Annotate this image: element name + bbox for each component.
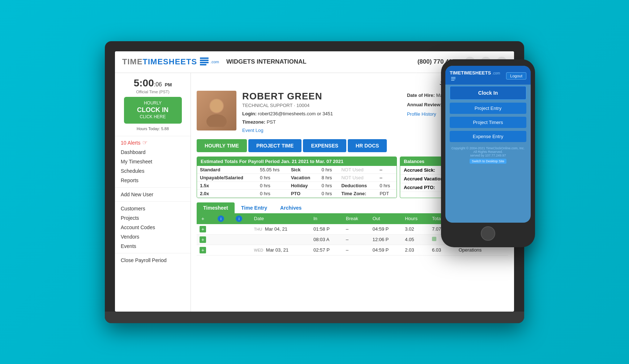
sidebar-item-accountcodes[interactable]: Account Codes xyxy=(115,223,191,232)
nav-divider-2 xyxy=(115,201,191,202)
phone-screen: TIMETIMESHEETS .com Logout Clock In Proj… xyxy=(445,66,531,223)
employee-photo xyxy=(197,91,236,130)
phone-switch-desktop-button[interactable]: Switch to Desktop Site xyxy=(470,159,506,164)
col-add: + xyxy=(197,213,215,224)
nav-divider-1 xyxy=(115,187,191,188)
sidebar-clock: 5:00:06 PM Official Time (PST) HOURLY CL… xyxy=(115,73,191,137)
laptop-base xyxy=(105,312,524,323)
table-row: Standard 55.05 hrs Sick 0 hrs NOT Used – xyxy=(197,166,397,174)
phone-project-entry-button[interactable]: Project Entry xyxy=(450,103,526,114)
company-name: WIDGETS INTERNATIONAL xyxy=(226,58,418,65)
sidebar-item-closepayroll[interactable]: Close Payroll Period xyxy=(115,256,191,265)
clock-in-button[interactable]: HOURLY CLOCK IN CLICK HERE xyxy=(124,97,182,124)
phone-logo-icon xyxy=(450,76,456,82)
phone-clock-in-button[interactable]: Clock In xyxy=(450,86,526,100)
col-in: In xyxy=(311,213,343,224)
tab-hourly-time[interactable]: HOURLY TIME xyxy=(197,139,247,152)
svg-rect-7 xyxy=(451,77,455,78)
sidebar-item-customers[interactable]: Customers xyxy=(115,204,191,213)
sidebar: 5:00:06 PM Official Time (PST) HOURLY CL… xyxy=(115,73,191,312)
add-entry-icon[interactable]: + xyxy=(200,226,206,232)
alerts-link[interactable]: 10 Alerts ☞ xyxy=(115,138,191,147)
ts-tab-archives[interactable]: Archives xyxy=(274,202,308,213)
phone-project-timers-button[interactable]: Project Timers xyxy=(450,117,526,128)
table-row: 2.0x 0 hrs PTO 0 hrs Time Zone: PDT xyxy=(197,189,397,197)
payroll-header: Estimated Totals For Payroll Period Jan.… xyxy=(197,157,397,166)
tab-expenses[interactable]: EXPENSES xyxy=(303,139,346,152)
clock-official: Official Time (PST) xyxy=(118,90,188,94)
svg-point-5 xyxy=(206,114,227,127)
logo-area: TIMETIMESHEETS .com xyxy=(122,56,219,68)
svg-point-6 xyxy=(210,99,223,112)
add-entry-icon[interactable]: + xyxy=(200,247,206,253)
phone-footer: Copyright © 2004-2021 TimeClockOnline.co… xyxy=(445,144,531,167)
tab-project-time[interactable]: PROJECT TIME xyxy=(248,139,301,152)
info-icon-1[interactable]: i xyxy=(218,215,224,222)
svg-rect-3 xyxy=(200,64,206,65)
hand-icon: ☞ xyxy=(142,139,147,146)
phone-home-button[interactable] xyxy=(481,226,495,241)
phone-expense-entry-button[interactable]: Expense Entry xyxy=(450,131,526,142)
phone-logo: TIMETIMESHEETS .com xyxy=(450,69,506,82)
clock-ampm: PM xyxy=(165,82,172,87)
svg-rect-9 xyxy=(451,80,454,81)
timezone-label: Timezone: xyxy=(242,119,265,125)
in-1: 08:03 A xyxy=(311,234,343,245)
phone-ip: served by 107.77.249.97 xyxy=(450,154,526,157)
break-0: – xyxy=(343,224,370,235)
in-2: 02:57 P xyxy=(311,245,343,255)
sidebar-item-schedules[interactable]: Schedules xyxy=(115,166,191,176)
employee-timezone: PST xyxy=(267,119,276,125)
out-0: 04:59 P xyxy=(369,224,402,235)
sidebar-item-projects[interactable]: Projects xyxy=(115,213,191,223)
sidebar-item-adduser[interactable]: Add New User xyxy=(115,190,191,199)
table-row: 1.5x 0 hrs Holiday 0 hrs Deductions 0 hr… xyxy=(197,181,397,189)
svg-rect-8 xyxy=(451,78,455,79)
add-entry-icon[interactable]: + xyxy=(200,236,206,243)
col-date: Date xyxy=(251,213,311,224)
profile-history-link[interactable]: Profile History xyxy=(407,111,436,117)
login-label: Login: xyxy=(242,111,257,116)
hours-today: Hours Today: 5.88 xyxy=(118,127,188,131)
employee-login: robert236@timesheets.com xyxy=(258,111,316,116)
hours-0: 3.02 xyxy=(402,224,429,235)
payroll-box: Estimated Totals For Payroll Period Jan.… xyxy=(197,157,397,198)
phone-logout-button[interactable]: Logout xyxy=(506,72,526,80)
logo-dot: .com xyxy=(210,60,219,64)
sidebar-item-reports[interactable]: Reports xyxy=(115,176,191,185)
sidebar-item-dashboard[interactable]: Dashboard xyxy=(115,147,191,157)
clock-hours: 5:00 xyxy=(134,77,154,89)
annual-review-label: Annual Review: xyxy=(407,102,442,107)
event-log-link[interactable]: Event Log xyxy=(242,128,264,133)
info-icon-2[interactable]: i xyxy=(236,215,242,222)
phone-copyright: Copyright © 2004-2021 TimeClockOnline.co… xyxy=(450,146,526,154)
sidebar-item-mytimesheet[interactable]: My Timesheet xyxy=(115,157,191,166)
col-info2: i xyxy=(233,213,251,224)
col-info1: i xyxy=(215,213,233,224)
hours-2: 2.03 xyxy=(402,245,429,255)
break-2: – xyxy=(343,245,370,255)
add-row-icon[interactable]: + xyxy=(200,215,206,222)
employee-title: TECHNICAL SUPPORT · 10004 xyxy=(242,103,401,108)
phone-logo-dot: .com xyxy=(492,71,500,75)
nav-divider-3 xyxy=(115,253,191,253)
sidebar-item-vendors[interactable]: Vendors xyxy=(115,232,191,241)
ts-tab-timeentry[interactable]: Time Entry xyxy=(235,202,274,213)
phone-logo-text: TIMETIMESHEETS xyxy=(450,70,492,76)
day-thu: THU xyxy=(254,227,262,231)
ts-tab-timesheet[interactable]: Timesheet xyxy=(197,202,235,213)
clock-display: 5:00:06 PM xyxy=(118,77,188,89)
sidebar-item-events[interactable]: Events xyxy=(115,241,191,251)
hire-date-label: Date of Hire: xyxy=(407,93,435,98)
payroll-table: Standard 55.05 hrs Sick 0 hrs NOT Used –… xyxy=(197,166,397,198)
clock-in-label: CLOCK IN xyxy=(130,106,176,114)
hours-1: 4.05 xyxy=(402,234,429,245)
break-1: – xyxy=(343,234,370,245)
green-indicator xyxy=(432,237,436,241)
tab-hr-docs[interactable]: HR DOCS xyxy=(348,139,387,152)
col-break: Break xyxy=(343,213,370,224)
sidebar-nav: 10 Alerts ☞ Dashboard My Timesheet Sched… xyxy=(115,136,191,266)
in-0: 01:58 P xyxy=(311,224,343,235)
day-wed: WED xyxy=(254,248,264,252)
date-2: Mar 03, 21 xyxy=(266,247,288,253)
